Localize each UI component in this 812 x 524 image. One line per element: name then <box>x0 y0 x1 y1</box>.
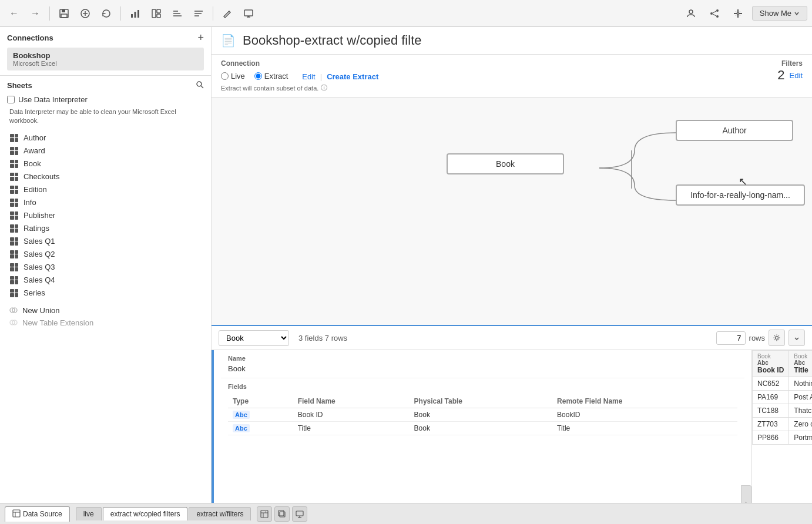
grid-icon <box>10 160 18 168</box>
grid-sheet-icon <box>9 185 19 194</box>
sheet-label: Info <box>24 198 36 207</box>
sidebar-item-sales-q4[interactable]: Sales Q4 <box>7 274 204 287</box>
extract-label: Extract <box>264 72 288 80</box>
expand-button[interactable] <box>788 330 805 346</box>
interpreter-label: Use Data Interpreter <box>18 95 88 104</box>
grid-icon <box>10 250 18 258</box>
sheets-title: Sheets <box>7 81 32 90</box>
sidebar-item-info[interactable]: Info <box>7 196 204 209</box>
data-panel: Book Author Info 3 fields 7 rows rows <box>212 325 812 503</box>
add-sheet-button[interactable] <box>257 506 272 522</box>
present-button[interactable] <box>292 506 307 522</box>
sidebar-item-sales-q2[interactable]: Sales Q2 <box>7 248 204 261</box>
filters-box: Filters 2 Edit <box>777 59 803 83</box>
create-extract-link[interactable]: Create Extract <box>327 72 378 81</box>
sidebar-item-book[interactable]: Book <box>7 157 204 170</box>
back-button[interactable]: ← <box>5 4 24 23</box>
author-node-label: Author <box>722 126 746 135</box>
sidebar-item-ratings[interactable]: Ratings <box>7 222 204 235</box>
author-node[interactable]: Author <box>676 120 793 141</box>
grid-icon <box>10 224 18 233</box>
name-value: Book <box>228 364 737 373</box>
fields-section-title: Fields <box>228 383 737 390</box>
table-cell: TC188 <box>753 404 789 418</box>
sort-asc-button[interactable] <box>168 4 187 23</box>
monitor-button[interactable] <box>239 4 258 23</box>
sidebar-item-award[interactable]: Award <box>7 145 204 157</box>
col-title: Book Abc Title <box>789 351 812 377</box>
show-me-button[interactable]: Show Me <box>752 6 807 21</box>
sheet-label: Checkouts <box>24 172 59 181</box>
refresh-button[interactable] <box>97 4 116 23</box>
table-row: ZT703Zero over TwelveBM856 <box>753 418 813 431</box>
sidebar-item-sales-q1[interactable]: Sales Q1 <box>7 235 204 248</box>
field-type: Abc <box>228 408 293 422</box>
sheet-label: Book <box>24 159 41 168</box>
connection-item-bookshop[interactable]: Bookshop Microsoft Excel <box>7 48 204 70</box>
sheet-label: Sales Q3 <box>24 263 55 271</box>
fields-panel: Name Book Fields Type Field Name <box>212 350 752 503</box>
new-union-item[interactable]: New Union <box>7 304 204 317</box>
separator-3 <box>213 6 213 21</box>
tab-extract-copied[interactable]: extract w/copied filters <box>103 507 188 520</box>
filters-edit-link[interactable]: Edit <box>790 71 803 80</box>
data-panel-toolbar: Book Author Info 3 fields 7 rows rows <box>212 326 812 350</box>
sidebar-item-series[interactable]: Series <box>7 287 204 300</box>
data-grid: Book Abc Book ID Book Abc Title <box>752 350 812 503</box>
svg-rect-43 <box>261 510 268 518</box>
table-row: PP866PortmeirionBT132 <box>753 431 813 445</box>
live-radio-label[interactable]: Live <box>221 72 245 80</box>
grid-icon <box>10 289 18 297</box>
new-table-extension-item: New Table Extension <box>7 317 204 329</box>
pen-button[interactable] <box>218 4 237 23</box>
svg-rect-9 <box>152 9 156 18</box>
sheet-label: Ratings <box>24 224 49 233</box>
add-connection-button[interactable]: + <box>197 32 204 44</box>
grid-icon <box>10 199 18 207</box>
table-cell: Nothing But Capers <box>789 377 812 391</box>
person-icon-btn[interactable] <box>682 4 700 23</box>
tableau-logo[interactable] <box>729 4 747 23</box>
union-icon <box>9 306 18 314</box>
tab-live[interactable]: live <box>76 507 102 520</box>
tab-bar: Data Source live extract w/copied filter… <box>0 503 812 524</box>
table-cell: Portmeirion <box>789 431 812 445</box>
chart-button[interactable] <box>126 4 145 23</box>
extract-radio[interactable] <box>254 72 262 80</box>
search-sheets-button[interactable] <box>196 80 204 90</box>
sort-desc-button[interactable] <box>189 4 208 23</box>
field-remote: BookID <box>552 408 737 422</box>
share-btn[interactable] <box>705 4 724 23</box>
tab-extract-filters-label: extract w/filters <box>196 510 243 518</box>
save-button[interactable] <box>55 4 73 23</box>
svg-point-22 <box>689 10 693 14</box>
settings-button[interactable] <box>769 330 785 346</box>
sidebar-item-sales-q3[interactable]: Sales Q3 <box>7 261 204 274</box>
interpreter-checkbox[interactable] <box>7 96 15 103</box>
filters-count: 2 <box>777 68 784 83</box>
datasource-tab[interactable]: Data Source <box>5 506 70 522</box>
duplicate-sheet-button[interactable] <box>274 506 290 522</box>
sidebar-item-edition[interactable]: Edition <box>7 183 204 196</box>
edit-link[interactable]: Edit <box>302 72 315 81</box>
add-datasource-button[interactable] <box>76 4 95 23</box>
grid-sheet-icon <box>9 146 19 156</box>
sidebar-item-checkouts[interactable]: Checkouts <box>7 170 204 183</box>
rows-input[interactable] <box>716 331 746 345</box>
book-node[interactable]: Book <box>447 153 564 174</box>
forward-button[interactable]: → <box>26 4 45 23</box>
fields-col-name: Field Name <box>293 395 410 408</box>
main-area: Connections + Bookshop Microsoft Excel S… <box>0 27 812 503</box>
tab-extract-filters[interactable]: extract w/filters <box>189 507 251 520</box>
sheets-section: Sheets Use Data Interpreter Data Interpr… <box>0 76 211 503</box>
sidebar-item-author[interactable]: Author <box>7 132 204 145</box>
split-button[interactable] <box>147 4 166 23</box>
info-node[interactable]: Info-for-a-really-long-nam... <box>676 184 805 206</box>
collapse-panel-button[interactable]: › <box>741 485 751 503</box>
sidebar-item-publisher[interactable]: Publisher <box>7 209 204 222</box>
info-node-label: Info-for-a-really-long-nam... <box>690 190 790 200</box>
svg-rect-49 <box>296 511 303 516</box>
table-selector[interactable]: Book Author Info <box>219 330 289 346</box>
live-radio[interactable] <box>221 72 229 80</box>
extract-radio-label[interactable]: Extract <box>254 72 288 80</box>
